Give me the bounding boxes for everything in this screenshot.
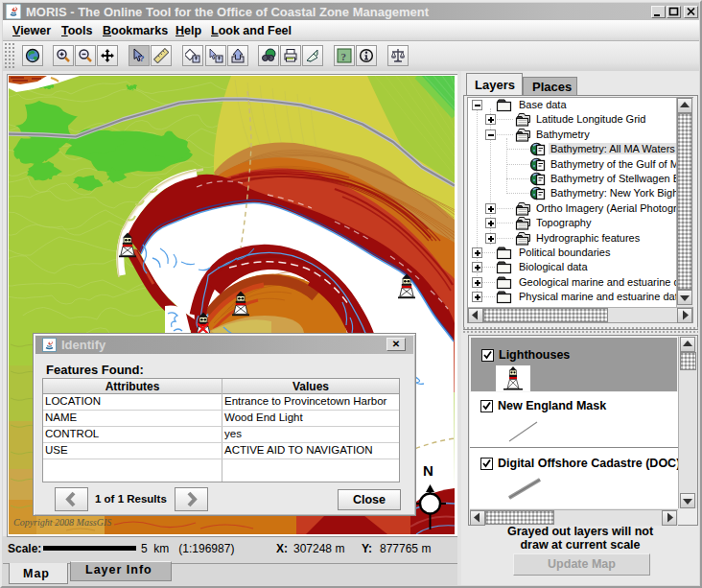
svg-text:?: ? (139, 54, 145, 63)
svg-text:Copyright 2008 MassGIS: Copyright 2008 MassGIS (13, 517, 111, 528)
svg-text:?: ? (341, 51, 347, 62)
svg-text:N: N (423, 462, 433, 479)
